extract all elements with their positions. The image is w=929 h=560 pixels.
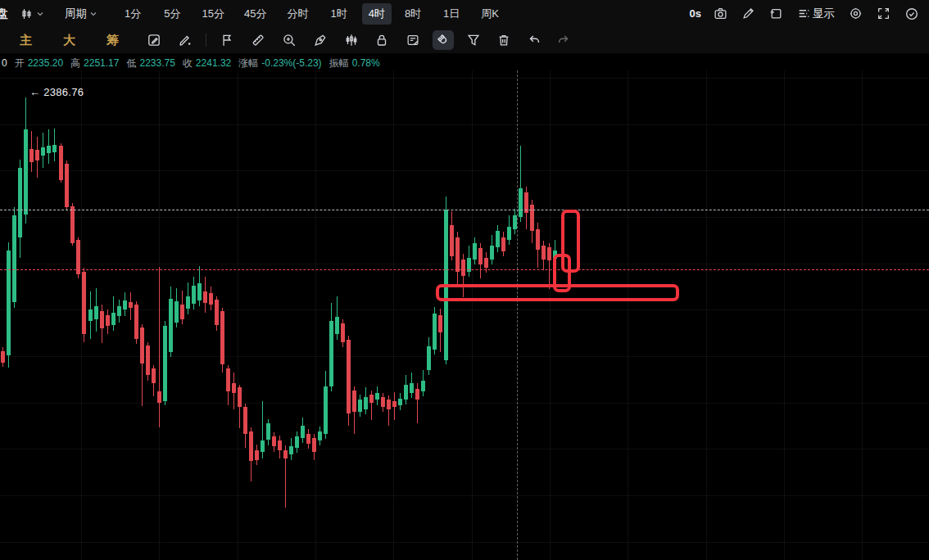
list-icon: [797, 7, 811, 20]
candle-body: [169, 299, 173, 352]
trading-app-window: 盘 周期 1分 5分 15分 4: [0, 0, 929, 560]
grid-hline: [0, 78, 929, 79]
candle-body: [547, 247, 551, 260]
chart-type-button[interactable]: [18, 6, 47, 22]
ohlc-row: 0开2235.20高2251.17低2233.75收2241.32涨幅-0.23…: [2, 56, 380, 70]
close-value: 2241.32: [196, 57, 231, 69]
grid-vline: [784, 70, 785, 560]
topbar-right: 0s: [690, 0, 929, 27]
candle-body: [1, 351, 5, 363]
tab-big[interactable]: 大: [58, 32, 80, 49]
magnet-button[interactable]: [433, 30, 454, 50]
candle-body: [530, 205, 534, 231]
camera-icon: [714, 7, 727, 20]
candle-body: [410, 383, 414, 393]
settings-button[interactable]: [847, 5, 864, 22]
redo-button[interactable]: [555, 31, 573, 49]
candle-body: [375, 393, 379, 400]
candle-body: [369, 395, 374, 403]
candle-body: [47, 146, 51, 153]
zoom-in-icon: [282, 33, 297, 47]
symbol-label[interactable]: 盘: [0, 7, 8, 21]
candle-body: [174, 301, 179, 323]
flip-edit-button[interactable]: [145, 31, 163, 49]
timeframe-1w[interactable]: 周K: [479, 4, 501, 24]
candle-body: [507, 227, 511, 240]
zoom-in-button[interactable]: [280, 31, 298, 49]
grid-vline: [706, 70, 707, 560]
tab-main[interactable]: 主: [15, 32, 37, 49]
display-button[interactable]: 显示: [795, 5, 836, 23]
candle-body: [24, 129, 28, 215]
timeframe-5m[interactable]: 5分: [162, 4, 182, 24]
display-label: 显示: [813, 7, 835, 21]
undo-icon: [527, 33, 542, 47]
candle-body: [392, 401, 397, 407]
brush-button[interactable]: [176, 31, 194, 49]
grid-hline: [0, 170, 929, 171]
replay-button[interactable]: [903, 5, 921, 23]
timeframe-1d[interactable]: 1日: [442, 4, 461, 24]
drawn-rect-tall[interactable]: [561, 210, 580, 273]
grid-hline: [0, 449, 929, 449]
candle-body: [12, 215, 16, 302]
flip-edit-icon: [147, 33, 161, 47]
grid-vline: [393, 70, 394, 560]
trash-button[interactable]: [495, 31, 513, 49]
timeframe-8h[interactable]: 8时: [403, 4, 423, 24]
toolbar-divider: [206, 34, 206, 47]
timeframe-1h[interactable]: 1时: [329, 4, 348, 24]
camera-button[interactable]: [712, 5, 729, 22]
edit-button[interactable]: [740, 5, 757, 22]
candle-body: [238, 387, 242, 407]
current-price-dashed-line: [0, 269, 929, 270]
pencil-icon: [741, 7, 755, 20]
add-panel-button[interactable]: [768, 5, 785, 22]
note-edit-button[interactable]: [404, 31, 422, 49]
trash-icon: [496, 33, 511, 47]
timeframe-4h-selected[interactable]: 4时: [362, 3, 392, 25]
candle-body: [404, 385, 408, 400]
amplitude-label: 振幅: [329, 57, 349, 69]
candle-body: [358, 400, 362, 412]
clock-check-icon: [904, 7, 919, 21]
grid-vline: [315, 70, 316, 560]
candle-body: [312, 438, 316, 452]
grid-hline: [0, 495, 929, 496]
candle-body: [295, 436, 299, 448]
pen-icon: [313, 33, 328, 47]
fullscreen-button[interactable]: [875, 5, 892, 22]
timeframe-fenshi[interactable]: 分时: [285, 4, 310, 24]
period-dropdown[interactable]: 周期: [63, 5, 100, 23]
chart-area[interactable]: 0开2235.20高2251.17低2233.75收2241.32涨幅-0.23…: [0, 53, 929, 560]
bookmark-button[interactable]: [218, 31, 236, 49]
timeframe-1m[interactable]: 1分: [123, 4, 143, 24]
low-label: 低: [126, 57, 136, 69]
candle-body: [106, 315, 110, 326]
candle-body: [129, 302, 133, 308]
candle-body: [226, 368, 230, 391]
bookmark-icon: [220, 33, 234, 47]
ruler-icon: [251, 33, 265, 47]
candle-body: [421, 381, 425, 391]
candle-body: [18, 168, 22, 237]
candle-body: [146, 345, 150, 375]
candle-body: [35, 150, 39, 160]
pattern-button[interactable]: [342, 31, 360, 49]
timeframe-45m[interactable]: 45分: [242, 4, 268, 24]
tab-chips[interactable]: 筹: [102, 32, 124, 49]
filter-button[interactable]: [464, 31, 483, 49]
timeframe-15m[interactable]: 15分: [200, 4, 225, 24]
candle-body: [152, 368, 156, 383]
candle-body: [266, 423, 270, 440]
candle-body: [180, 305, 184, 319]
pen-button[interactable]: [311, 31, 329, 49]
candle-body: [484, 258, 488, 268]
candle-body: [249, 431, 253, 461]
high-value: 2251.17: [84, 57, 119, 69]
ruler-button[interactable]: [249, 31, 267, 49]
open-label: 开: [15, 57, 25, 69]
lock-button[interactable]: [373, 31, 391, 49]
undo-button[interactable]: [525, 31, 543, 49]
grid-vline: [550, 70, 551, 560]
